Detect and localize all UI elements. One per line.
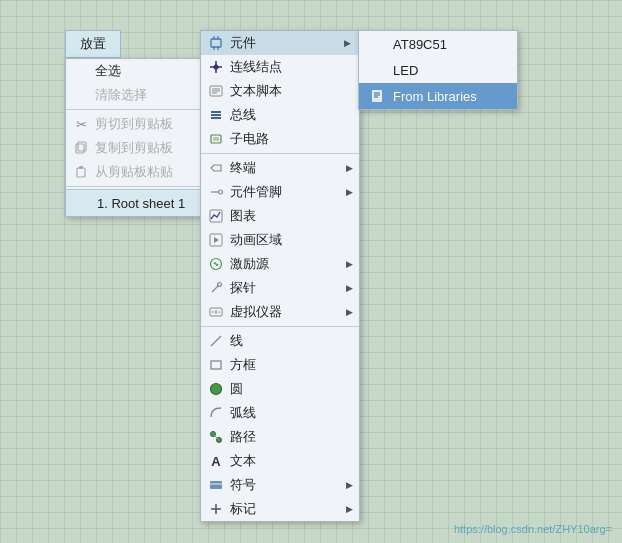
source-icon bbox=[207, 255, 225, 273]
place-label: 放置 bbox=[80, 36, 106, 51]
symbol-icon bbox=[207, 476, 225, 494]
svg-point-28 bbox=[218, 283, 222, 287]
clear-select-icon bbox=[72, 86, 90, 104]
place-dropdown: 元件 ▶ 连线结点 文本脚本 总线 bbox=[200, 30, 360, 522]
separator-2 bbox=[66, 186, 214, 187]
separator-place-1 bbox=[201, 153, 359, 154]
svg-line-38 bbox=[213, 434, 219, 440]
cut-label: 剪切到剪贴板 bbox=[95, 115, 206, 133]
separator-1 bbox=[66, 109, 214, 110]
text-script-label: 文本脚本 bbox=[230, 82, 351, 100]
at89c51-item[interactable]: AT89C51 bbox=[359, 31, 517, 57]
place-menu-item[interactable]: 放置 bbox=[65, 30, 121, 58]
background: 放置 全选 清除选择 ✂ 剪切到剪贴板 复制到剪贴板 bbox=[0, 0, 622, 543]
junction-item[interactable]: 连线结点 bbox=[201, 55, 359, 79]
bus-icon bbox=[207, 106, 225, 124]
svg-line-33 bbox=[211, 336, 221, 346]
at89c51-label: AT89C51 bbox=[393, 37, 447, 52]
svg-rect-39 bbox=[210, 481, 222, 489]
svg-rect-4 bbox=[211, 39, 221, 47]
terminal-icon bbox=[207, 159, 225, 177]
virtual-icon bbox=[207, 303, 225, 321]
svg-marker-21 bbox=[211, 165, 221, 171]
mark-label: 标记 bbox=[230, 500, 351, 518]
probe-icon bbox=[207, 279, 225, 297]
rect-label: 方框 bbox=[230, 356, 351, 374]
paste-label: 从剪贴板粘贴 bbox=[95, 163, 206, 181]
svg-rect-20 bbox=[213, 137, 219, 141]
paste-item: 从剪贴板粘贴 bbox=[66, 160, 214, 184]
pin-label: 元件管脚 bbox=[230, 183, 351, 201]
arc-label: 弧线 bbox=[230, 404, 351, 422]
terminal-item[interactable]: 终端 bbox=[201, 156, 359, 180]
text-script-item[interactable]: 文本脚本 bbox=[201, 79, 359, 103]
led-item[interactable]: LED bbox=[359, 57, 517, 83]
svg-rect-2 bbox=[77, 168, 85, 177]
svg-rect-0 bbox=[76, 144, 84, 153]
animation-icon bbox=[207, 231, 225, 249]
svg-rect-3 bbox=[79, 166, 83, 169]
component-icon bbox=[207, 34, 225, 52]
arc-icon bbox=[207, 404, 225, 422]
clear-select-label: 清除选择 bbox=[95, 86, 206, 104]
subcircuit-icon bbox=[207, 130, 225, 148]
text-label: 文本 bbox=[230, 452, 351, 470]
symbol-item[interactable]: 符号 bbox=[201, 473, 359, 497]
rect-item[interactable]: 方框 bbox=[201, 353, 359, 377]
mark-icon bbox=[207, 500, 225, 518]
copy-label: 复制到剪贴板 bbox=[95, 139, 206, 157]
virtual-label: 虚拟仪器 bbox=[230, 303, 351, 321]
svg-point-11 bbox=[214, 65, 219, 70]
component-item[interactable]: 元件 ▶ bbox=[201, 31, 359, 55]
chart-item[interactable]: 图表 bbox=[201, 204, 359, 228]
root-sheet-icon bbox=[74, 194, 92, 212]
root-sheet-label: 1. Root sheet 1 bbox=[97, 196, 185, 211]
probe-label: 探针 bbox=[230, 279, 351, 297]
symbol-label: 符号 bbox=[230, 476, 351, 494]
select-all-item[interactable]: 全选 bbox=[66, 59, 214, 83]
chart-icon bbox=[207, 207, 225, 225]
text-icon: A bbox=[207, 452, 225, 470]
svg-rect-1 bbox=[78, 142, 86, 151]
arc-item[interactable]: 弧线 bbox=[201, 401, 359, 425]
terminal-label: 终端 bbox=[230, 159, 351, 177]
clear-select-item: 清除选择 bbox=[66, 83, 214, 107]
text-script-icon bbox=[207, 82, 225, 100]
component-label: 元件 bbox=[230, 34, 344, 52]
circle-item[interactable]: 圆 bbox=[201, 377, 359, 401]
copy-icon bbox=[72, 139, 90, 157]
path-label: 路径 bbox=[230, 428, 351, 446]
bus-label: 总线 bbox=[230, 106, 351, 124]
subcircuit-item[interactable]: 子电路 bbox=[201, 127, 359, 151]
source-label: 激励源 bbox=[230, 255, 351, 273]
junction-label: 连线结点 bbox=[230, 58, 351, 76]
svg-point-35 bbox=[211, 384, 222, 395]
rect-icon bbox=[207, 356, 225, 374]
watermark: https://blog.csdn.net/ZHY10arg= bbox=[454, 523, 612, 535]
paste-icon bbox=[72, 163, 90, 181]
animation-item[interactable]: 动画区域 bbox=[201, 228, 359, 252]
cut-item: ✂ 剪切到剪贴板 bbox=[66, 112, 214, 136]
text-item[interactable]: A 文本 bbox=[201, 449, 359, 473]
select-all-label: 全选 bbox=[95, 62, 206, 80]
component-pin-item[interactable]: 元件管脚 bbox=[201, 180, 359, 204]
component-submenu: AT89C51 LED From Libraries bbox=[358, 30, 518, 110]
subcircuit-label: 子电路 bbox=[230, 130, 351, 148]
mark-item[interactable]: 标记 bbox=[201, 497, 359, 521]
circle-label: 圆 bbox=[230, 380, 351, 398]
from-libraries-item[interactable]: From Libraries bbox=[359, 83, 517, 109]
path-item[interactable]: 路径 bbox=[201, 425, 359, 449]
bus-item[interactable]: 总线 bbox=[201, 103, 359, 127]
chart-label: 图表 bbox=[230, 207, 351, 225]
source-item[interactable]: 激励源 bbox=[201, 252, 359, 276]
component-submenu-arrow: ▶ bbox=[344, 38, 351, 48]
line-item[interactable]: 线 bbox=[201, 329, 359, 353]
animation-label: 动画区域 bbox=[230, 231, 351, 249]
book-icon bbox=[369, 87, 387, 105]
line-label: 线 bbox=[230, 332, 351, 350]
root-sheet-item[interactable]: 1. Root sheet 1 bbox=[66, 189, 214, 216]
probe-item[interactable]: 探针 bbox=[201, 276, 359, 300]
junction-icon bbox=[207, 58, 225, 76]
select-all-icon bbox=[72, 62, 90, 80]
virtual-item[interactable]: 虚拟仪器 bbox=[201, 300, 359, 324]
